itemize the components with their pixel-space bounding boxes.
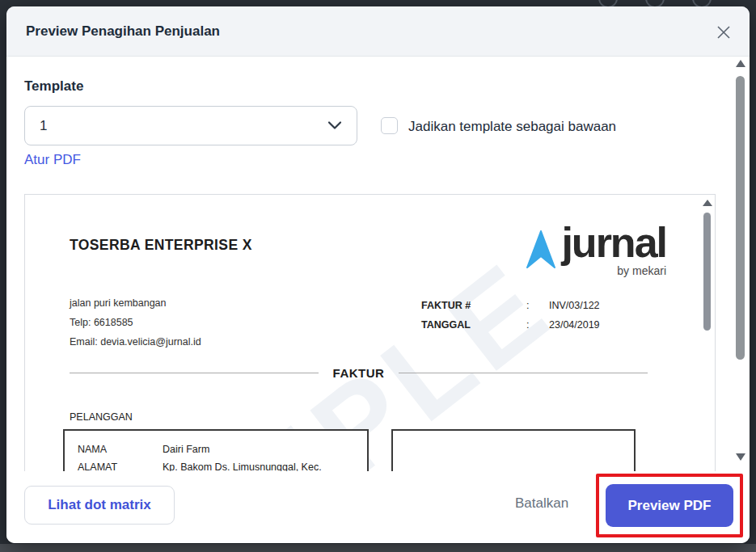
invoice-number-row: FAKTUR # : INV/03/122	[421, 296, 600, 315]
backdrop-bottom-strip	[0, 544, 756, 552]
address-line: Telp: 6618585	[70, 313, 201, 332]
jurnal-logo-subtext: by mekari	[617, 264, 666, 277]
customer-name-row: NAMA Dairi Farm	[78, 440, 367, 458]
scroll-down-icon[interactable]	[736, 453, 745, 461]
template-select[interactable]: 1	[24, 106, 357, 145]
atur-pdf-link[interactable]: Atur PDF	[24, 152, 81, 168]
jurnal-logo-text: jurnal	[561, 224, 666, 263]
invoice-date-row: TANGGAL : 23/04/2019	[421, 315, 600, 335]
preview-scrollbar-thumb[interactable]	[703, 213, 711, 331]
pdf-preview-pane: SAMPLE TOSERBA ENTERPRISE X jurnal by me…	[24, 194, 716, 517]
invoice-meta: FAKTUR # : INV/03/122 TANGGAL : 23/04/20…	[421, 296, 600, 335]
chevron-down-icon	[327, 119, 342, 133]
modal-scrollbar-thumb[interactable]	[736, 76, 745, 360]
faktur-title: FAKTUR	[333, 366, 385, 380]
faktur-divider: FAKTUR	[70, 366, 648, 380]
jurnal-logo: jurnal by mekari	[526, 224, 666, 277]
batalkan-button[interactable]: Batalkan	[515, 495, 568, 512]
modal-title: Preview Penagihan Penjualan	[26, 23, 220, 40]
default-template-checkbox[interactable]	[381, 117, 398, 134]
modal-footer: Lihat dot matrix Batalkan Preview PDF	[6, 471, 750, 543]
preview-invoice-modal: Preview Penagihan Penjualan Template 1 J…	[6, 6, 750, 543]
address-line: Email: devia.velicia@jurnal.id	[70, 332, 201, 352]
company-name: TOSERBA ENTERPRISE X	[70, 237, 252, 254]
preview-pdf-button[interactable]: Preview PDF	[606, 484, 733, 527]
modal-scrollbar[interactable]	[735, 58, 747, 467]
company-address: jalan puri kembangan Telp: 6618585 Email…	[70, 293, 201, 352]
scroll-up-icon[interactable]	[703, 200, 712, 206]
modal-header: Preview Penagihan Penjualan	[6, 6, 750, 57]
scroll-up-icon[interactable]	[736, 60, 745, 67]
close-icon[interactable]	[716, 24, 732, 40]
address-line: jalan puri kembangan	[70, 293, 201, 313]
template-selected-value: 1	[40, 118, 47, 134]
template-label: Template	[24, 78, 83, 95]
jurnal-arrow-icon	[526, 230, 556, 276]
customer-section-label: PELANGGAN	[70, 411, 133, 423]
default-template-checkbox-label[interactable]: Jadikan template sebagai bawaan	[408, 119, 616, 135]
preview-scrollbar[interactable]	[702, 195, 713, 516]
lihat-dot-matrix-button[interactable]: Lihat dot matrix	[24, 486, 175, 525]
